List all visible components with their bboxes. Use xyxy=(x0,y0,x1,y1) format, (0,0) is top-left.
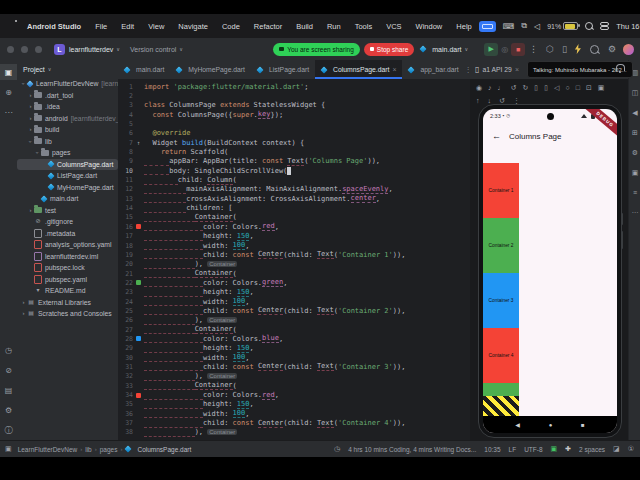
emulator-tool-icon[interactable]: ▣ xyxy=(629,165,640,180)
editor-tab-columnspage.dart[interactable]: ColumnsPage.dart× xyxy=(315,60,402,79)
screen-share-status-icon[interactable] xyxy=(479,21,496,32)
code-line[interactable]: 22color: Colors.green, xyxy=(118,278,470,287)
code-editor[interactable]: 1import 'package:flutter/material.dart';… xyxy=(118,79,470,440)
editor-tab-myhomepage.dart[interactable]: MyHomePage.dart xyxy=(170,60,251,79)
editor-tab-main.dart[interactable]: main.dart xyxy=(118,60,170,79)
code-line[interactable]: 5 xyxy=(118,119,470,128)
tree-item-test[interactable]: ›test xyxy=(17,205,118,217)
menu-item-navigate[interactable]: Navigate xyxy=(171,22,215,31)
fold-icon[interactable]: ▯ xyxy=(534,84,538,92)
editor-tab-app_bar.dart[interactable]: app_bar.dart xyxy=(402,60,464,79)
volume-down-icon[interactable]: ♩ xyxy=(498,84,505,91)
code-line[interactable]: 18width: 100, xyxy=(118,241,470,250)
tree-item-build[interactable]: ›build xyxy=(17,124,118,136)
nav-overview-button[interactable]: ■ xyxy=(581,422,585,428)
tree-item--metadata[interactable]: .metadata xyxy=(17,228,118,240)
code-line[interactable]: 24width: 100, xyxy=(118,297,470,306)
nav-back-button[interactable]: ◀ xyxy=(515,421,520,428)
notifications-count-icon[interactable]: ① xyxy=(628,445,634,453)
code-line[interactable]: 7↑Widget build(BuildContext context) { xyxy=(118,138,470,147)
profiler-button[interactable]: ◎ xyxy=(501,45,508,54)
menu-item-run[interactable]: Run xyxy=(320,22,348,31)
battery-indicator[interactable]: 91% xyxy=(547,22,578,30)
code-line[interactable]: 23height: 150, xyxy=(118,288,470,297)
menu-item-refactor[interactable]: Refactor xyxy=(247,22,289,31)
device-manager-icon[interactable]: ▯ xyxy=(562,44,567,54)
power-icon[interactable]: ◉ xyxy=(476,84,482,92)
breadcrumb-item[interactable]: lib xyxy=(85,446,92,453)
tree-item-android[interactable]: ›android[learnflutterdev_and... xyxy=(17,113,118,125)
tree-item-readme-md[interactable]: ▾README.md xyxy=(17,285,118,297)
back-arrow-icon[interactable]: ← xyxy=(492,131,501,141)
memory-indicator-icon[interactable]: ▣ xyxy=(551,445,558,453)
tree-item--dart-tool[interactable]: ›.dart_tool xyxy=(17,90,118,102)
code-line[interactable]: 27Container( xyxy=(118,325,470,334)
instant-run-icon[interactable] xyxy=(575,44,581,54)
screenshot-icon[interactable]: ⊡ xyxy=(586,84,592,92)
code-line[interactable]: 16color: Colors.red, xyxy=(118,222,470,231)
code-line[interactable]: 31child: const Center(child: Text('Conta… xyxy=(118,362,470,371)
code-line[interactable]: 2 xyxy=(118,91,470,100)
code-line[interactable]: 20), Container xyxy=(118,260,470,269)
more-right-icon[interactable]: ⋯ xyxy=(629,205,640,220)
menu-item-view[interactable]: View xyxy=(141,22,171,31)
code-line[interactable]: 38), Container xyxy=(118,428,470,437)
code-line[interactable]: 19child: const Center(child: Text('Conta… xyxy=(118,250,470,259)
chevron-icon[interactable]: › xyxy=(27,113,34,125)
tree-item-main-dart[interactable]: main.dart xyxy=(17,193,118,205)
code-line[interactable]: 37child: const Center(child: Text('Conta… xyxy=(118,418,470,427)
tree-item-scratches-and-consoles[interactable]: ›▤Scratches and Consoles xyxy=(17,308,118,320)
more-tools-icon[interactable]: ⋯ xyxy=(0,104,17,120)
services-tool-icon[interactable]: ⚙ xyxy=(0,402,17,418)
tree-item-columnspage-dart[interactable]: ColumnsPage.dart xyxy=(17,159,118,171)
chevron-icon[interactable]: › xyxy=(20,297,27,309)
code-line[interactable]: 21Container( xyxy=(118,269,470,278)
collapse-icon[interactable]: ◀ xyxy=(629,105,640,120)
time-tracker-text[interactable]: 4 hrs 10 mins Coding, 4 mins Writing Doc… xyxy=(348,446,476,453)
menu-item-tools[interactable]: Tools xyxy=(348,22,380,31)
menu-item-vcs[interactable]: VCS xyxy=(379,22,408,31)
menu-item-build[interactable]: Build xyxy=(289,22,320,31)
settings-gear-icon[interactable]: ⚙ xyxy=(608,44,616,54)
tree-item-pubspec-lock[interactable]: pubspec.lock xyxy=(17,262,118,274)
chevron-icon[interactable]: › xyxy=(27,124,34,136)
chevron-icon[interactable]: › xyxy=(27,101,34,113)
tree-item-lib[interactable]: ›lib xyxy=(17,136,118,148)
code-line[interactable]: 8return Scaffold( xyxy=(118,147,470,156)
tilt-up-icon[interactable]: ↑ xyxy=(476,97,480,104)
structure-tool-icon[interactable]: ≡ xyxy=(629,185,640,200)
overview-icon[interactable]: □ xyxy=(576,84,580,91)
rotate-right-icon[interactable]: ↻ xyxy=(522,84,528,92)
project-avatar[interactable]: L xyxy=(54,44,65,55)
project-tool-icon[interactable]: ▣ xyxy=(0,64,17,80)
project-panel-title[interactable]: Project xyxy=(23,66,45,73)
code-line[interactable]: 17height: 150, xyxy=(118,232,470,241)
nav-home-button[interactable]: ● xyxy=(549,422,553,428)
line-separator-indicator[interactable]: LF xyxy=(509,446,517,453)
menu-item-help[interactable]: Help xyxy=(449,22,478,31)
running-devices-icon[interactable]: ◫ xyxy=(629,85,640,100)
control-center-icon[interactable] xyxy=(600,22,609,30)
recent-tool-icon[interactable]: ◷ xyxy=(0,342,17,358)
vcs-widget[interactable]: Version control xyxy=(130,46,176,53)
code-line[interactable]: 35height: 150, xyxy=(118,400,470,409)
tree-item-pages[interactable]: ›pages xyxy=(17,147,118,159)
tilt-down-icon[interactable]: ↓ xyxy=(488,97,492,104)
lock-icon[interactable]: ◪ xyxy=(613,445,620,453)
back-icon[interactable]: ◁ xyxy=(554,84,559,92)
tree-item-external-libraries[interactable]: ›▤External Libraries xyxy=(17,297,118,309)
code-line[interactable]: 10body: SingleChildScrollView( xyxy=(118,166,470,175)
terminal-tool-icon[interactable]: ▤ xyxy=(0,382,17,398)
menu-item-window[interactable]: Window xyxy=(409,22,450,31)
spotlight-search-icon[interactable] xyxy=(585,22,593,30)
code-line[interactable]: 32), Container xyxy=(118,372,470,381)
editor-tab-listpage.dart[interactable]: ListPage.dart xyxy=(251,60,315,79)
code-line[interactable]: 30width: 100, xyxy=(118,353,470,362)
chevron-icon[interactable]: › xyxy=(20,308,27,320)
tree-item-learnflutterdev-iml[interactable]: learnflutterdev.iml xyxy=(17,251,118,263)
tree-item-analysis-options-yaml[interactable]: analysis_options.yaml xyxy=(17,239,118,251)
code-line[interactable]: 11child: Column( xyxy=(118,175,470,184)
close-icon[interactable]: × xyxy=(515,66,519,73)
tree-item-learnflutterdevnew[interactable]: ›LearnFlutterDevNew[learnflutte... xyxy=(17,78,118,90)
menu-item-code[interactable]: Code xyxy=(215,22,247,31)
